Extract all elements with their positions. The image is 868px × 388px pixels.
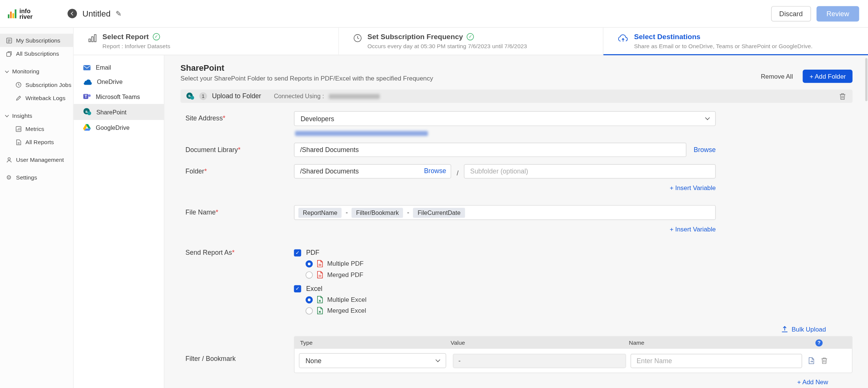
metrics-icon	[15, 125, 22, 132]
destination-item-onedrive[interactable]: OneDrive	[73, 75, 164, 89]
sharepoint-icon: s	[186, 92, 194, 100]
filter-name-input[interactable]	[631, 353, 802, 368]
merged-excel-radio[interactable]	[306, 307, 313, 314]
topbar: info river Untitled ✎ Discard Review	[0, 0, 868, 27]
insert-variable-link-filename[interactable]: + Insert Variable	[670, 226, 716, 233]
sidebar-section-monitoring[interactable]: Monitoring	[0, 65, 73, 78]
add-new-row-link[interactable]: + Add New	[797, 379, 828, 385]
logo-bars-icon	[8, 8, 18, 19]
column-header-value: Value	[451, 339, 629, 346]
edit-title-icon[interactable]: ✎	[116, 9, 122, 18]
file-name-chip[interactable]: FileCurrentDate	[413, 207, 465, 217]
filter-type-select[interactable]: None	[299, 353, 446, 368]
insert-variable-link-folder[interactable]: + Insert Variable	[670, 185, 716, 192]
topbar-actions: Discard Review	[771, 6, 859, 21]
merged-excel-row: Merged Excel	[306, 307, 716, 315]
sidebar-item-label: Writeback Logs	[26, 94, 66, 101]
file-name-input[interactable]: ReportName - Filter/Bookmark - FileCurre…	[294, 205, 716, 220]
excel-checkbox[interactable]: ✓	[294, 285, 301, 292]
delete-row-button[interactable]	[821, 356, 828, 365]
wizard-steps: Select Report ✓ Report : Inforiver Datas…	[73, 27, 868, 55]
step-subtitle: Share as Email or to OneDrive, Teams or …	[634, 43, 813, 49]
upload-icon	[781, 326, 788, 333]
pdf-label: PDF	[306, 249, 319, 257]
excel-file-icon	[316, 296, 323, 304]
destination-item-email[interactable]: Email	[73, 60, 164, 75]
multiple-pdf-radio[interactable]	[306, 260, 313, 267]
multiple-pdf-row: Multiple PDF	[306, 260, 716, 268]
document-library-input[interactable]	[294, 143, 686, 157]
step-select-report[interactable]: Select Report ✓ Report : Inforiver Datas…	[73, 27, 338, 55]
all-subscriptions-icon	[6, 50, 12, 57]
back-button[interactable]	[67, 9, 77, 18]
remove-all-button[interactable]: Remove All	[761, 73, 793, 80]
file-name-chip[interactable]: Filter/Bookmark	[352, 207, 403, 217]
discard-button[interactable]: Discard	[771, 6, 811, 21]
folder-separator: /	[451, 166, 464, 177]
chevron-left-icon	[71, 12, 75, 15]
sharepoint-config-panel: SharePoint Select your SharePoint Folder…	[164, 55, 868, 388]
sidebar-item-label: My Subscriptions	[16, 37, 60, 44]
subfolder-input[interactable]	[464, 164, 716, 178]
sidebar-item-writeback-logs[interactable]: Writeback Logs	[0, 91, 73, 104]
sidebar-item-label: User Management	[16, 157, 64, 163]
file-name-label: File Name*	[180, 205, 294, 216]
page-title: Untitled	[83, 9, 111, 18]
site-address-value: Developers	[301, 115, 334, 123]
sidebar-item-all-reports[interactable]: All Reports	[0, 135, 73, 149]
site-address-select[interactable]: Developers	[294, 111, 716, 126]
step-set-frequency[interactable]: Set Subscription Frequency ✓ Occurs ever…	[338, 27, 603, 55]
step-subtitle: Occurs every day at 05:30 PM starting 7/…	[367, 43, 527, 49]
email-icon	[83, 64, 91, 70]
onedrive-icon	[83, 79, 92, 85]
pdf-option-row: ✓ PDF	[294, 249, 716, 257]
sidebar-item-user-management[interactable]: User Management	[0, 153, 73, 166]
destination-item-microsoft-teams[interactable]: T Microsoft Teams	[73, 89, 164, 104]
app-window: info river Untitled ✎ Discard Review My …	[0, 0, 868, 388]
pdf-checkbox[interactable]: ✓	[294, 249, 301, 256]
help-icon[interactable]: ?	[815, 339, 822, 346]
redacted-site-url-link[interactable]	[295, 131, 428, 136]
sidebar-item-metrics[interactable]: Metrics	[0, 122, 73, 135]
cloud-upload-icon	[618, 34, 628, 55]
document-library-browse-button[interactable]: Browse	[694, 146, 716, 154]
step-select-destinations[interactable]: Select Destinations Share as Email or to…	[603, 27, 868, 55]
destination-item-googledrive[interactable]: GoogleDrive	[73, 120, 164, 135]
panel-title: SharePoint	[180, 63, 433, 72]
upload-folder-title: Upload to Folder	[212, 92, 261, 100]
merged-pdf-radio[interactable]	[306, 271, 313, 278]
file-name-chip[interactable]: ReportName	[298, 207, 342, 217]
destination-label: Microsoft Teams	[96, 93, 140, 100]
filter-value-field: -	[453, 353, 626, 368]
export-icon	[808, 357, 815, 364]
sidebar-item-my-subscriptions[interactable]: My Subscriptions	[0, 34, 73, 47]
sharepoint-form: Site Address* Developers Doc	[180, 111, 853, 385]
sidebar-item-label: Settings	[16, 174, 37, 181]
step-subtitle: Report : Inforiver Datasets	[102, 43, 170, 49]
chevron-down-icon	[5, 69, 9, 73]
delete-folder-button[interactable]	[838, 91, 847, 101]
destination-item-sharepoint[interactable]: s SharePoint	[73, 104, 164, 120]
column-header-type: Type	[295, 339, 451, 346]
multiple-excel-radio[interactable]	[306, 296, 313, 303]
send-report-as-label: Send Report As*	[180, 249, 294, 257]
folder-browse-button[interactable]: Browse	[424, 167, 446, 175]
chevron-down-icon	[5, 113, 9, 117]
destination-panel: Email OneDrive T Microsoft Teams s Share…	[73, 55, 164, 388]
sidebar-item-subscription-jobs[interactable]: Subscription Jobs	[0, 78, 73, 91]
sidebar-item-all-subscriptions[interactable]: All Subscriptions	[0, 47, 73, 60]
bulk-upload-button[interactable]: Bulk Upload	[781, 326, 826, 333]
user-icon	[6, 157, 12, 163]
sidebar-section-insights[interactable]: Insights	[0, 109, 73, 122]
subscriptions-icon	[6, 37, 12, 44]
add-folder-button[interactable]: + Add Folder	[803, 70, 853, 83]
review-button[interactable]: Review	[816, 6, 859, 21]
export-row-button[interactable]	[808, 356, 816, 365]
gear-icon: ⚙	[6, 174, 12, 181]
sidebar: My Subscriptions All Subscriptions Monit…	[0, 27, 73, 388]
sidebar-item-settings[interactable]: ⚙ Settings	[0, 171, 73, 184]
document-library-label: Document Library*	[180, 143, 294, 154]
clock-icon	[353, 34, 362, 55]
pdf-file-icon	[316, 271, 323, 279]
scrollbar-thumb[interactable]	[865, 58, 868, 101]
